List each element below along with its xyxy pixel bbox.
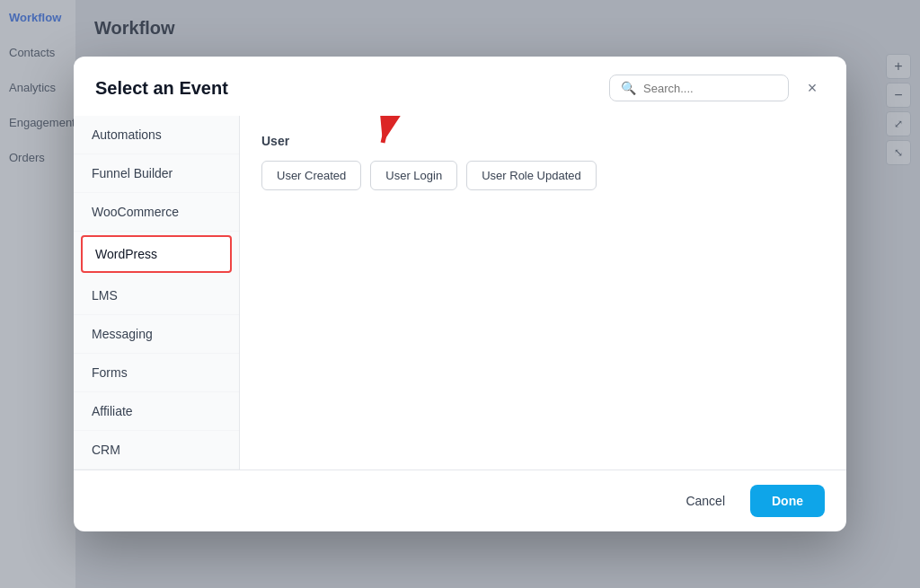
close-button[interactable]: × [800, 75, 825, 101]
select-event-modal: Select an Event 🔍 × Automations Funnel B… [74, 57, 846, 531]
nav-item-woocommerce[interactable]: WooCommerce [74, 193, 239, 232]
modal-overlay: Select an Event 🔍 × Automations Funnel B… [0, 0, 920, 588]
done-button[interactable]: Done [750, 485, 825, 517]
modal-nav: Automations Funnel Builder WooCommerce W… [74, 116, 240, 470]
section-label-user: User [261, 134, 825, 148]
modal-body: Automations Funnel Builder WooCommerce W… [74, 116, 846, 470]
event-btn-user-login[interactable]: User Login [370, 161, 457, 190]
modal-content: User User Created User Login User Role U… [240, 116, 846, 470]
modal-header-right: 🔍 × [609, 75, 825, 101]
event-btn-user-role-updated[interactable]: User Role Updated [466, 161, 597, 190]
search-box: 🔍 [609, 75, 789, 101]
cancel-button[interactable]: Cancel [671, 487, 739, 515]
search-icon: 🔍 [621, 81, 636, 95]
search-input[interactable] [643, 82, 769, 95]
nav-item-affiliate[interactable]: Affiliate [74, 392, 239, 431]
nav-item-forms[interactable]: Forms [74, 354, 239, 392]
modal-header: Select an Event 🔍 × [74, 57, 846, 116]
nav-item-automations[interactable]: Automations [74, 116, 239, 154]
nav-item-crm[interactable]: CRM [74, 431, 239, 470]
modal-title: Select an Event [95, 78, 228, 99]
nav-item-messaging[interactable]: Messaging [74, 315, 239, 354]
modal-footer: Cancel Done [74, 470, 846, 531]
event-btn-user-created[interactable]: User Created [261, 161, 361, 190]
nav-item-wordpress[interactable]: WordPress [81, 235, 232, 273]
nav-item-funnel-builder[interactable]: Funnel Builder [74, 154, 239, 193]
nav-item-lms[interactable]: LMS [74, 276, 239, 315]
event-buttons-container: User Created User Login User Role Update… [261, 161, 825, 190]
